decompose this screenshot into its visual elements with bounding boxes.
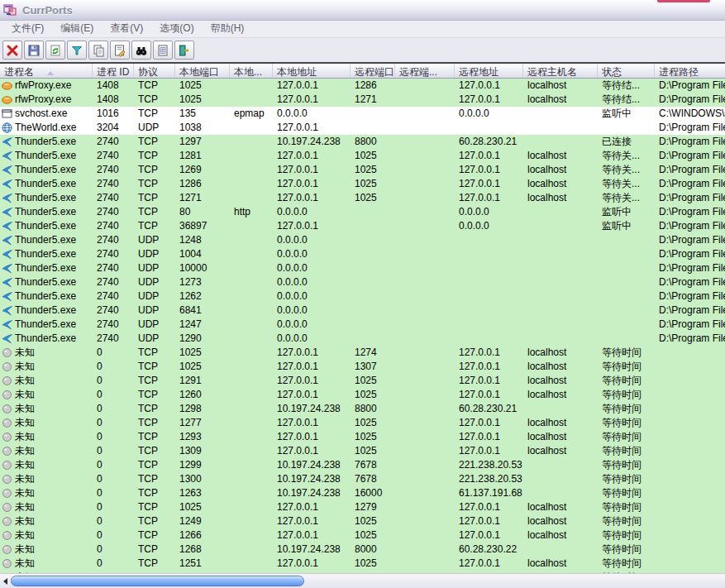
table-row[interactable]: Thunder5.exe2740UDP68410.0.0.0D:\Program… [0,304,725,318]
table-row[interactable]: 未知0TCP1277127.0.0.11025127.0.0.1localhos… [0,416,725,430]
refresh-icon [49,44,62,57]
table-row[interactable]: 未知0TCP1293127.0.0.11025127.0.0.1localhos… [0,430,725,444]
column-header-3[interactable]: 本地端口 [175,64,230,78]
column-header-4[interactable]: 本地... [230,64,273,78]
table-row[interactable]: 未知0TCP126810.197.24.238800060.28.230.22等… [0,543,725,557]
scroll-left-arrow-button[interactable] [0,575,11,588]
table-row[interactable]: 未知0TCP1260127.0.0.11025127.0.0.1localhos… [0,388,725,402]
table-row[interactable]: 未知0TCP129910.197.24.2387678221.238.20.53… [0,458,725,472]
table-row[interactable]: 未知0TCP1251127.0.0.11025127.0.0.1localhos… [0,557,725,571]
table-cell [230,304,273,318]
table-row[interactable]: Thunder5.exe2740TCP36897127.0.0.10.0.0.0… [0,219,725,233]
column-header-7[interactable]: 远程端... [395,64,455,78]
column-header-10[interactable]: 状态 [598,64,655,78]
close-port-button[interactable] [2,41,22,60]
table-row[interactable]: Thunder5.exe2740TCP1281127.0.0.11025127.… [0,149,725,163]
table-cell: 1004 [175,247,230,261]
table-cell: D:\Program Files [655,135,725,149]
column-header-11[interactable]: 进程路径 [655,64,725,78]
table-cell: 127.0.0.1 [455,191,523,205]
table-row[interactable]: svchost.exe1016TCP135epmap0.0.0.00.0.0.0… [0,107,725,121]
table-cell: D:\Program Files [655,191,725,205]
report-button[interactable] [153,41,173,60]
table-row[interactable]: Thunder5.exe2740TCP1286127.0.0.11025127.… [0,177,725,191]
refresh-button[interactable] [45,41,65,60]
table-row[interactable]: rfwProxy.exe1408TCP1025127.0.0.11271127.… [0,93,725,107]
find-button[interactable] [131,41,151,60]
table-cell [230,177,273,191]
table-row[interactable]: 未知0TCP1025127.0.0.11274127.0.0.1localhos… [0,346,725,360]
table-cell [230,528,273,543]
table-cell: 0 [93,557,134,571]
table-row[interactable]: Thunder5.exe2740UDP12480.0.0.0D:\Program… [0,233,725,247]
table-cell: localhost [523,514,598,528]
table-cell: 1025 [351,430,395,444]
table-cell [230,416,273,430]
table-cell: 2740 [93,191,134,205]
table-row[interactable]: rfwProxy.exe1408TCP1025127.0.0.11286127.… [0,79,725,93]
save-button[interactable] [24,41,44,60]
table-cell [395,93,455,107]
table-cell: 127.0.0.1 [273,177,351,191]
table-row[interactable]: Thunder5.exe2740UDP100000.0.0.0D:\Progra… [0,261,725,275]
menu-item-help[interactable]: 帮助(H) [203,20,253,38]
properties-button[interactable] [110,41,130,60]
table-cell [351,304,395,318]
menu-item-options[interactable]: 选项(O) [151,20,202,38]
table-row[interactable]: Thunder5.exe2740TCP80http0.0.0.00.0.0.0监… [0,205,725,219]
table-row[interactable]: Thunder5.exe2740TCP1271127.0.0.11025127.… [0,191,725,205]
table-row[interactable]: Thunder5.exe2740UDP12470.0.0.0D:\Program… [0,318,725,332]
table-row[interactable]: 未知0TCP1249127.0.0.11025127.0.0.1localhos… [0,514,725,528]
table-cell: 1262 [175,289,230,304]
menu-item-edit[interactable]: 编辑(E) [52,20,102,38]
column-header-1[interactable]: 进程 ID [93,64,134,78]
unknown-icon [2,474,12,485]
horizontal-scrollbar-thumb[interactable] [11,576,304,586]
process-name-cell: Thunder5.exe [0,247,93,261]
exit-button[interactable] [174,41,194,60]
table-row[interactable]: 未知0TCP1025127.0.0.11279127.0.0.1localhos… [0,500,725,514]
table-cell: 127.0.0.1 [273,360,351,374]
table-row[interactable]: Thunder5.exe2740UDP10040.0.0.0D:\Program… [0,247,725,261]
column-header-6[interactable]: 远程端口 [351,64,395,78]
table-cell [598,332,655,346]
table-cell [351,318,395,332]
menu-item-file[interactable]: 文件(F) [3,20,52,38]
table-row[interactable]: Thunder5.exe2740TCP1269127.0.0.11025127.… [0,163,725,177]
table-row[interactable]: Thunder5.exe2740TCP129710.197.24.2388800… [0,135,725,149]
table-row[interactable]: 未知0TCP1266127.0.0.11025127.0.0.1localhos… [0,528,725,543]
table-row[interactable]: TheWorld.exe3204UDP1038127.0.0.1D:\Progr… [0,121,725,135]
process-name-cell: rfwProxy.exe [0,93,93,107]
table-row[interactable]: Thunder5.exe2740UDP12900.0.0.0D:\Program… [0,332,725,346]
table-row[interactable]: 未知0TCP1291127.0.0.11025127.0.0.1localhos… [0,374,725,388]
table-cell: 10.197.24.238 [273,472,351,486]
table-cell: 1271 [351,93,395,107]
column-header-8[interactable]: 远程地址 [455,64,523,78]
column-header-2[interactable]: 协议 [134,64,175,78]
table-cell: 2740 [93,261,134,275]
table-cell [655,346,725,360]
table-row[interactable]: Thunder5.exe2740UDP12620.0.0.0D:\Program… [0,289,725,304]
table-row[interactable]: 未知0TCP129810.197.24.238880060.28.230.21等… [0,402,725,416]
menu-item-view[interactable]: 查看(V) [102,20,151,38]
table-cell [230,472,273,486]
table-cell [230,458,273,472]
column-header-5[interactable]: 本地地址 [273,64,351,78]
copy-button[interactable] [88,41,108,60]
table-row[interactable]: 未知0TCP130010.197.24.2387678221.238.20.53… [0,472,725,486]
table-cell: TCP [134,500,175,514]
filter-button[interactable] [67,41,87,60]
table-cell: 等待关... [598,149,655,163]
table-row[interactable]: 未知0TCP126310.197.24.2381600061.137.191.6… [0,486,725,500]
column-header-0[interactable]: 进程名 [0,64,93,78]
table-row[interactable]: 未知0TCP1025127.0.0.11307127.0.0.1localhos… [0,360,725,374]
table-row[interactable]: 未知0TCP1309127.0.0.11025127.0.0.1localhos… [0,444,725,458]
theworld-icon [2,122,12,133]
table-row[interactable]: Thunder5.exe2740UDP12730.0.0.0D:\Program… [0,275,725,289]
table-cell: TCP [134,543,175,557]
column-header-9[interactable]: 远程主机名 [523,64,598,78]
table-cell: localhost [523,444,598,458]
table-cell [655,472,725,486]
table-cell [523,543,598,557]
thunder-icon [2,165,12,175]
